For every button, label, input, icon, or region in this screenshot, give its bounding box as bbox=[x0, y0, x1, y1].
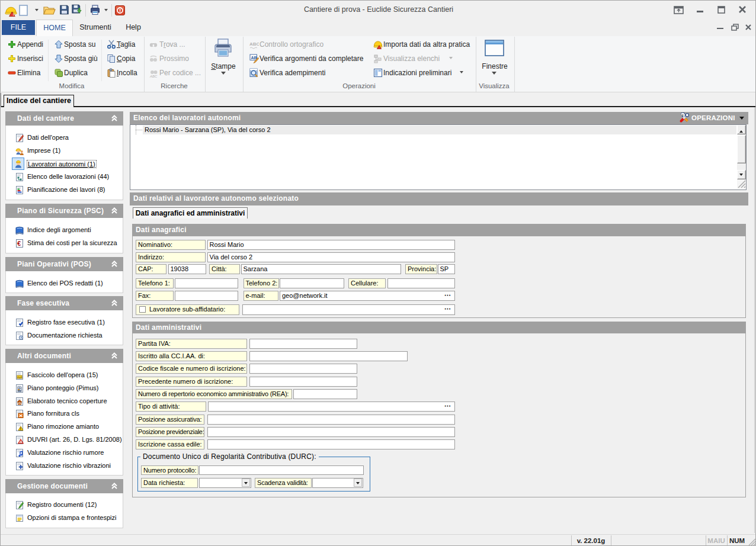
svg-text:ABC: ABC bbox=[249, 41, 259, 47]
svg-text:ABC: ABC bbox=[149, 75, 158, 78]
svg-text:!: ! bbox=[20, 427, 21, 431]
svg-text:€: € bbox=[17, 240, 21, 247]
svg-text:AB: AB bbox=[251, 56, 257, 60]
svg-text:!: ! bbox=[20, 440, 21, 444]
